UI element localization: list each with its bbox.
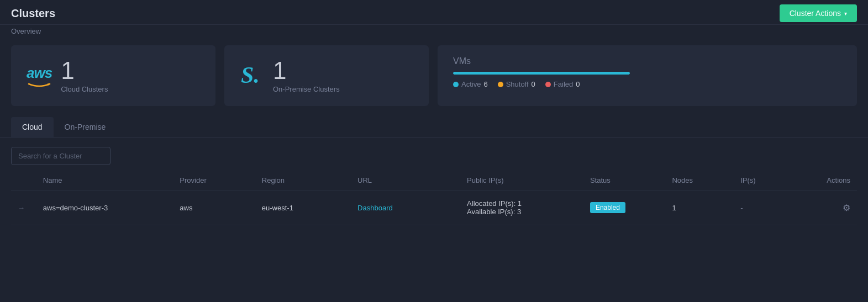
page-header: Clusters Cluster Actions ▾ [0, 0, 868, 25]
active-count: 6 [483, 80, 487, 88]
clusters-table-container: Name Provider Region URL Public IP(s) St… [0, 171, 868, 225]
col-status-header: Status [583, 171, 666, 190]
page-title: Clusters [11, 7, 55, 20]
row-url[interactable]: Dashboard [351, 190, 460, 225]
row-status: Enabled [583, 190, 666, 225]
ips-value: - [740, 204, 743, 212]
col-region-header: Region [255, 171, 351, 190]
col-actions-header: Actions [802, 171, 857, 190]
aws-text: aws [27, 65, 52, 82]
table-header: Name Provider Region URL Public IP(s) St… [11, 171, 857, 190]
row-region: eu-west-1 [255, 190, 351, 225]
cloud-clusters-info: 1 Cloud Clusters [61, 59, 108, 93]
cloud-cluster-count: 1 [61, 59, 108, 83]
vms-card: VMs Active 6 Shutoff 0 Failed 0 [438, 45, 857, 106]
failed-stat: Failed 0 [545, 80, 580, 88]
tabs-bar: Cloud On-Premise [0, 117, 868, 138]
onprem-clusters-card: S. 1 On-Premise Clusters [224, 45, 429, 106]
shutoff-count: 0 [532, 80, 535, 88]
overview-label: Overview [0, 25, 868, 40]
failed-count: 0 [576, 80, 580, 88]
allocated-ips: Allocated IP(s): 1 [467, 199, 577, 208]
shutoff-label: Shutoff [506, 80, 529, 88]
col-name-header: Name [36, 171, 173, 190]
status-badge: Enabled [590, 202, 625, 213]
row-actions: ⚙ [802, 190, 857, 225]
vms-stats: Active 6 Shutoff 0 Failed 0 [453, 80, 580, 88]
cluster-actions-button[interactable]: Cluster Actions ▾ [780, 4, 857, 22]
vms-progress-fill [453, 72, 630, 75]
vms-title: VMs [453, 56, 471, 66]
row-name: aws=demo-cluster-3 [36, 190, 173, 225]
cloud-clusters-label: Cloud Clusters [61, 85, 108, 93]
tab-onpremise[interactable]: On-Premise [54, 117, 117, 138]
scaleway-logo: S. [240, 62, 264, 89]
svg-text:S.: S. [241, 62, 260, 86]
tab-cloud[interactable]: Cloud [11, 117, 54, 138]
aws-smile-icon [28, 83, 51, 87]
summary-cards: aws 1 Cloud Clusters S. 1 On-Premise Clu… [0, 40, 868, 115]
gear-icon[interactable]: ⚙ [843, 203, 850, 213]
table-row: → aws=demo-cluster-3 aws eu-west-1 Dashb… [11, 190, 857, 225]
chevron-down-icon: ▾ [844, 10, 847, 17]
onprem-clusters-label: On-Premise Clusters [273, 85, 340, 93]
search-area [0, 138, 868, 171]
row-public-ips: Allocated IP(s): 1 Available IP(s): 3 [460, 190, 583, 225]
col-publicip-header: Public IP(s) [460, 171, 583, 190]
shutoff-dot [498, 82, 503, 87]
failed-label: Failed [554, 80, 573, 88]
col-nodes-header: Nodes [665, 171, 734, 190]
active-label: Active [461, 80, 481, 88]
row-arrow: → [11, 190, 36, 225]
vms-progress-bar [453, 72, 630, 75]
aws-logo: aws [27, 65, 52, 87]
col-ips-header: IP(s) [734, 171, 802, 190]
col-provider-header: Provider [173, 171, 255, 190]
active-stat: Active 6 [453, 80, 488, 88]
onprem-clusters-info: 1 On-Premise Clusters [273, 59, 340, 93]
col-url-header: URL [351, 171, 460, 190]
dashboard-link[interactable]: Dashboard [357, 204, 393, 212]
col-arrow [11, 171, 36, 190]
cloud-clusters-card: aws 1 Cloud Clusters [11, 45, 215, 106]
search-input[interactable] [11, 147, 111, 165]
row-ips: - [734, 190, 802, 225]
failed-dot [545, 82, 551, 87]
row-nodes: 1 [665, 190, 734, 225]
shutoff-stat: Shutoff 0 [498, 80, 535, 88]
onprem-cluster-count: 1 [273, 59, 340, 83]
available-ips: Available IP(s): 3 [467, 208, 577, 216]
row-provider: aws [173, 190, 255, 225]
table-body: → aws=demo-cluster-3 aws eu-west-1 Dashb… [11, 190, 857, 225]
active-dot [453, 82, 459, 87]
clusters-table: Name Provider Region URL Public IP(s) St… [11, 171, 857, 225]
